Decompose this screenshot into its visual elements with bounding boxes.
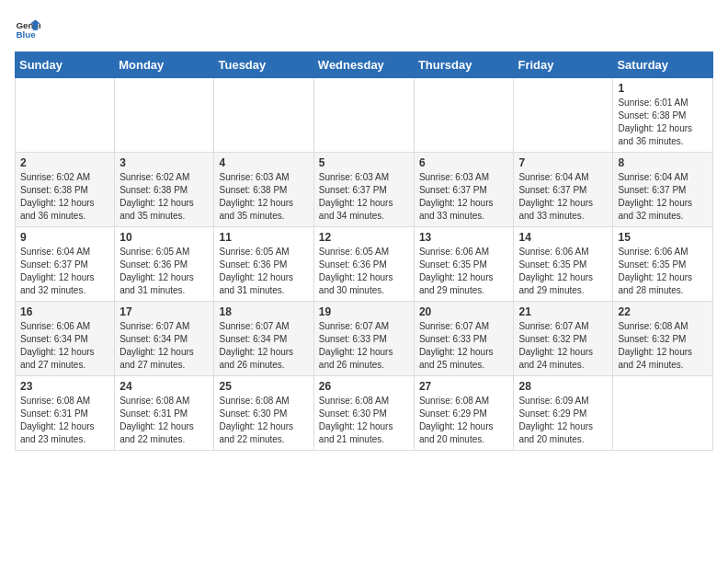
calendar-cell: 17Sunrise: 6:07 AM Sunset: 6:34 PM Dayli… — [115, 302, 214, 376]
day-info: Sunrise: 6:08 AM Sunset: 6:31 PM Dayligh… — [119, 395, 209, 446]
header-saturday: Saturday — [613, 52, 713, 78]
day-info: Sunrise: 6:01 AM Sunset: 6:38 PM Dayligh… — [618, 97, 708, 148]
day-info: Sunrise: 6:06 AM Sunset: 6:35 PM Dayligh… — [518, 246, 608, 297]
day-info: Sunrise: 6:08 AM Sunset: 6:30 PM Dayligh… — [219, 395, 308, 446]
svg-text:Blue: Blue — [16, 29, 36, 40]
calendar-cell: 8Sunrise: 6:04 AM Sunset: 6:37 PM Daylig… — [613, 153, 713, 227]
day-info: Sunrise: 6:07 AM Sunset: 6:32 PM Dayligh… — [518, 320, 608, 372]
calendar-cell: 15Sunrise: 6:06 AM Sunset: 6:35 PM Dayli… — [613, 227, 713, 302]
day-number: 14 — [518, 231, 608, 244]
day-number: 3 — [119, 156, 209, 169]
calendar-table: SundayMondayTuesdayWednesdayThursdayFrid… — [15, 52, 713, 451]
calendar-cell: 11Sunrise: 6:05 AM Sunset: 6:36 PM Dayli… — [214, 227, 313, 302]
day-number: 28 — [518, 380, 608, 393]
calendar-week-4: 23Sunrise: 6:08 AM Sunset: 6:31 PM Dayli… — [16, 376, 713, 451]
calendar-cell: 19Sunrise: 6:07 AM Sunset: 6:33 PM Dayli… — [313, 302, 414, 376]
day-number: 18 — [219, 305, 308, 318]
day-number: 16 — [20, 305, 109, 318]
calendar-cell: 6Sunrise: 6:03 AM Sunset: 6:37 PM Daylig… — [414, 153, 514, 227]
day-number: 24 — [119, 380, 209, 393]
header-monday: Monday — [115, 52, 214, 78]
calendar-cell — [514, 78, 613, 153]
day-number: 23 — [20, 380, 109, 393]
calendar-cell: 12Sunrise: 6:05 AM Sunset: 6:36 PM Dayli… — [313, 227, 414, 302]
day-info: Sunrise: 6:08 AM Sunset: 6:29 PM Dayligh… — [419, 395, 509, 446]
day-info: Sunrise: 6:02 AM Sunset: 6:38 PM Dayligh… — [119, 171, 209, 223]
day-info: Sunrise: 6:08 AM Sunset: 6:30 PM Dayligh… — [319, 395, 409, 446]
calendar-cell — [313, 78, 414, 153]
calendar-cell — [16, 78, 115, 153]
day-info: Sunrise: 6:08 AM Sunset: 6:32 PM Dayligh… — [618, 320, 708, 372]
calendar-cell: 16Sunrise: 6:06 AM Sunset: 6:34 PM Dayli… — [16, 302, 115, 376]
day-number: 2 — [20, 156, 109, 169]
day-number: 17 — [119, 305, 209, 318]
calendar-header-row: SundayMondayTuesdayWednesdayThursdayFrid… — [16, 52, 713, 78]
calendar-cell: 7Sunrise: 6:04 AM Sunset: 6:37 PM Daylig… — [514, 153, 613, 227]
calendar-cell — [613, 376, 713, 451]
header-sunday: Sunday — [16, 52, 115, 78]
day-number: 26 — [319, 380, 409, 393]
calendar-cell: 2Sunrise: 6:02 AM Sunset: 6:38 PM Daylig… — [16, 153, 115, 227]
calendar-cell: 21Sunrise: 6:07 AM Sunset: 6:32 PM Dayli… — [514, 302, 613, 376]
day-number: 25 — [219, 380, 308, 393]
calendar-cell: 1Sunrise: 6:01 AM Sunset: 6:38 PM Daylig… — [613, 78, 713, 153]
header-tuesday: Tuesday — [214, 52, 313, 78]
day-number: 7 — [518, 156, 608, 169]
day-number: 11 — [219, 231, 308, 244]
day-info: Sunrise: 6:06 AM Sunset: 6:34 PM Dayligh… — [20, 320, 109, 372]
calendar-cell: 14Sunrise: 6:06 AM Sunset: 6:35 PM Dayli… — [514, 227, 613, 302]
day-info: Sunrise: 6:05 AM Sunset: 6:36 PM Dayligh… — [119, 246, 209, 297]
day-number: 19 — [319, 305, 409, 318]
calendar-cell: 18Sunrise: 6:07 AM Sunset: 6:34 PM Dayli… — [214, 302, 313, 376]
calendar-cell: 26Sunrise: 6:08 AM Sunset: 6:30 PM Dayli… — [313, 376, 414, 451]
day-number: 6 — [419, 156, 509, 169]
calendar-cell: 24Sunrise: 6:08 AM Sunset: 6:31 PM Dayli… — [115, 376, 214, 451]
day-info: Sunrise: 6:07 AM Sunset: 6:34 PM Dayligh… — [219, 320, 308, 372]
day-info: Sunrise: 6:07 AM Sunset: 6:33 PM Dayligh… — [319, 320, 409, 372]
calendar-cell: 10Sunrise: 6:05 AM Sunset: 6:36 PM Dayli… — [115, 227, 214, 302]
day-number: 12 — [319, 231, 409, 244]
calendar-cell: 20Sunrise: 6:07 AM Sunset: 6:33 PM Dayli… — [414, 302, 514, 376]
calendar-week-3: 16Sunrise: 6:06 AM Sunset: 6:34 PM Dayli… — [16, 302, 713, 376]
calendar-week-2: 9Sunrise: 6:04 AM Sunset: 6:37 PM Daylig… — [16, 227, 713, 302]
day-info: Sunrise: 6:03 AM Sunset: 6:37 PM Dayligh… — [419, 171, 509, 223]
calendar-cell: 23Sunrise: 6:08 AM Sunset: 6:31 PM Dayli… — [16, 376, 115, 451]
day-info: Sunrise: 6:03 AM Sunset: 6:38 PM Dayligh… — [219, 171, 308, 223]
day-number: 13 — [419, 231, 509, 244]
day-info: Sunrise: 6:07 AM Sunset: 6:34 PM Dayligh… — [119, 320, 209, 372]
day-number: 22 — [618, 305, 708, 318]
day-number: 21 — [518, 305, 608, 318]
day-number: 4 — [219, 156, 308, 169]
day-number: 27 — [419, 380, 509, 393]
logo: General Blue — [15, 15, 44, 40]
header-wednesday: Wednesday — [313, 52, 414, 78]
day-info: Sunrise: 6:06 AM Sunset: 6:35 PM Dayligh… — [419, 246, 509, 297]
calendar-cell: 9Sunrise: 6:04 AM Sunset: 6:37 PM Daylig… — [16, 227, 115, 302]
calendar-cell: 13Sunrise: 6:06 AM Sunset: 6:35 PM Dayli… — [414, 227, 514, 302]
day-info: Sunrise: 6:02 AM Sunset: 6:38 PM Dayligh… — [20, 171, 109, 223]
calendar-cell: 27Sunrise: 6:08 AM Sunset: 6:29 PM Dayli… — [414, 376, 514, 451]
day-number: 20 — [419, 305, 509, 318]
calendar-cell: 22Sunrise: 6:08 AM Sunset: 6:32 PM Dayli… — [613, 302, 713, 376]
calendar-week-1: 2Sunrise: 6:02 AM Sunset: 6:38 PM Daylig… — [16, 153, 713, 227]
calendar-cell — [414, 78, 514, 153]
day-info: Sunrise: 6:05 AM Sunset: 6:36 PM Dayligh… — [319, 246, 409, 297]
day-number: 5 — [319, 156, 409, 169]
day-number: 10 — [119, 231, 209, 244]
day-info: Sunrise: 6:09 AM Sunset: 6:29 PM Dayligh… — [518, 395, 608, 446]
logo-icon: General Blue — [15, 15, 40, 40]
calendar-cell — [115, 78, 214, 153]
calendar-cell: 3Sunrise: 6:02 AM Sunset: 6:38 PM Daylig… — [115, 153, 214, 227]
page-header: General Blue — [15, 15, 713, 40]
day-info: Sunrise: 6:04 AM Sunset: 6:37 PM Dayligh… — [518, 171, 608, 223]
day-number: 8 — [618, 156, 708, 169]
day-info: Sunrise: 6:05 AM Sunset: 6:36 PM Dayligh… — [219, 246, 308, 297]
calendar-cell: 25Sunrise: 6:08 AM Sunset: 6:30 PM Dayli… — [214, 376, 313, 451]
header-friday: Friday — [514, 52, 613, 78]
day-number: 15 — [618, 231, 708, 244]
day-info: Sunrise: 6:04 AM Sunset: 6:37 PM Dayligh… — [20, 246, 109, 297]
day-info: Sunrise: 6:03 AM Sunset: 6:37 PM Dayligh… — [319, 171, 409, 223]
calendar-cell: 4Sunrise: 6:03 AM Sunset: 6:38 PM Daylig… — [214, 153, 313, 227]
header-thursday: Thursday — [414, 52, 514, 78]
day-number: 9 — [20, 231, 109, 244]
